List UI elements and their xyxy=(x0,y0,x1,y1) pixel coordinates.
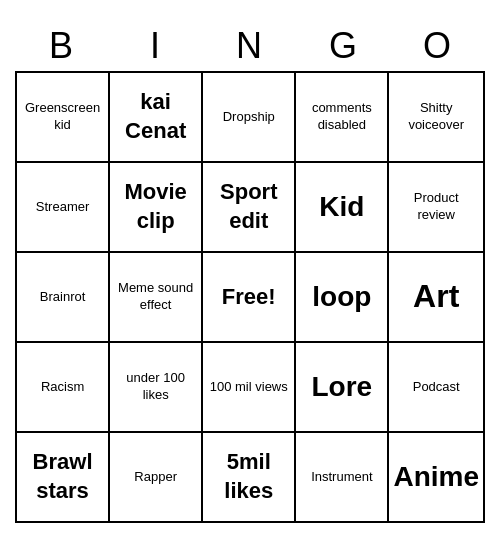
bingo-cell-17[interactable]: 100 mil views xyxy=(203,343,296,433)
bingo-cell-21[interactable]: Rapper xyxy=(110,433,203,523)
bingo-cell-20[interactable]: Brawl stars xyxy=(17,433,110,523)
bingo-cell-10[interactable]: Brainrot xyxy=(17,253,110,343)
bingo-cell-4[interactable]: Shitty voiceover xyxy=(389,73,485,163)
bingo-header: B I N G O xyxy=(15,21,485,71)
header-i: I xyxy=(109,21,203,71)
bingo-cell-15[interactable]: Racism xyxy=(17,343,110,433)
bingo-cell-22[interactable]: 5mil likes xyxy=(203,433,296,523)
bingo-grid: Greenscreen kidkai CenatDropshipcomments… xyxy=(15,71,485,523)
bingo-card: B I N G O Greenscreen kidkai CenatDropsh… xyxy=(15,21,485,523)
bingo-cell-8[interactable]: Kid xyxy=(296,163,389,253)
bingo-cell-12[interactable]: Free! xyxy=(203,253,296,343)
bingo-cell-1[interactable]: kai Cenat xyxy=(110,73,203,163)
header-b: B xyxy=(15,21,109,71)
bingo-cell-14[interactable]: Art xyxy=(389,253,485,343)
bingo-cell-2[interactable]: Dropship xyxy=(203,73,296,163)
bingo-cell-3[interactable]: comments disabled xyxy=(296,73,389,163)
header-g: G xyxy=(297,21,391,71)
bingo-cell-9[interactable]: Product review xyxy=(389,163,485,253)
bingo-cell-11[interactable]: Meme sound effect xyxy=(110,253,203,343)
bingo-cell-6[interactable]: Movie clip xyxy=(110,163,203,253)
bingo-cell-19[interactable]: Podcast xyxy=(389,343,485,433)
header-o: O xyxy=(391,21,485,71)
bingo-cell-0[interactable]: Greenscreen kid xyxy=(17,73,110,163)
header-n: N xyxy=(203,21,297,71)
bingo-cell-5[interactable]: Streamer xyxy=(17,163,110,253)
bingo-cell-7[interactable]: Sport edit xyxy=(203,163,296,253)
bingo-cell-13[interactable]: loop xyxy=(296,253,389,343)
bingo-cell-16[interactable]: under 100 likes xyxy=(110,343,203,433)
bingo-cell-18[interactable]: Lore xyxy=(296,343,389,433)
bingo-cell-24[interactable]: Anime xyxy=(389,433,485,523)
bingo-cell-23[interactable]: Instrument xyxy=(296,433,389,523)
